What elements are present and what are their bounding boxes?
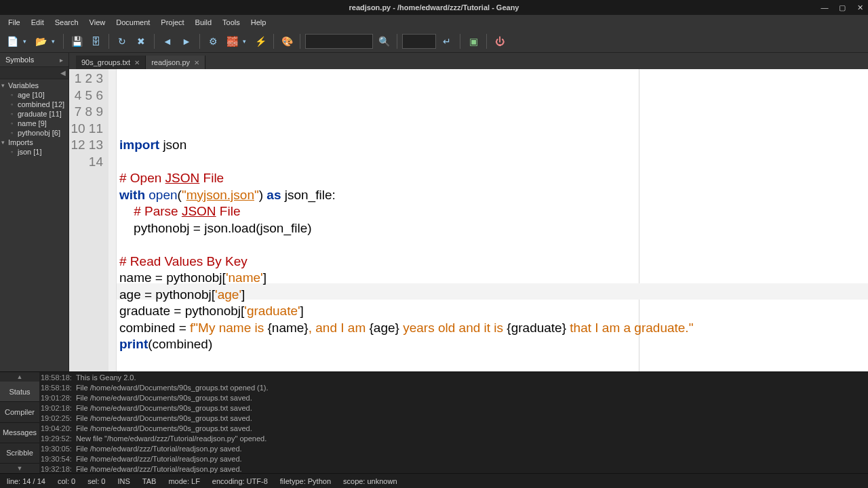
log-line: 18:58:18:This is Geany 2.0. — [41, 373, 867, 383]
tree-item[interactable]: ◦name [9] — [0, 119, 68, 128]
tree-item[interactable]: ◦combined [12] — [0, 100, 68, 109]
statusbar: line: 14 / 14 col: 0 sel: 0 INS TAB mode… — [0, 473, 868, 488]
menu-search[interactable]: Search — [50, 17, 84, 28]
color-picker-icon[interactable]: 🎨 — [279, 33, 295, 49]
menu-edit[interactable]: Edit — [26, 17, 50, 28]
separator — [460, 34, 460, 49]
menu-help[interactable]: Help — [245, 17, 272, 28]
compile-icon[interactable]: ⚙ — [205, 33, 221, 49]
bottom-tabs: ▲ Status Compiler Messages Scribble ▼ — [0, 372, 39, 473]
save-all-icon[interactable]: 🗄 — [87, 33, 104, 49]
status-tab: TAB — [142, 477, 157, 485]
tree-group-imports[interactable]: ▾Imports — [0, 138, 68, 147]
search-icon[interactable]: 🔍 — [376, 33, 392, 49]
menu-project[interactable]: Project — [155, 17, 189, 28]
open-file-icon[interactable]: 📂 — [33, 33, 49, 49]
btab-compiler[interactable]: Compiler — [0, 402, 39, 422]
log-line: 19:30:05:File /home/edward/zzz/Tutorial/… — [41, 444, 867, 454]
log-line: 19:01:28:File /home/edward/Documents/90s… — [41, 393, 867, 403]
status-line: line: 14 / 14 — [7, 477, 45, 485]
tabbar: 90s_groups.txt ✕ readjson.py ✕ — [69, 53, 868, 69]
menu-file[interactable]: File — [3, 17, 26, 28]
tab-close-icon[interactable]: ✕ — [134, 59, 140, 66]
sidebar-toolbar: ◀ — [0, 67, 68, 79]
new-file-icon[interactable]: 📄 — [4, 33, 20, 49]
menubar: File Edit Search View Document Project B… — [0, 15, 868, 30]
log-line: 19:04:20:File /home/edward/Documents/90s… — [41, 424, 867, 434]
code-content[interactable]: import json # Open JSON File with open("… — [117, 69, 868, 371]
reload-icon[interactable]: ↻ — [114, 33, 130, 49]
status-scope: scope: unknown — [343, 477, 397, 485]
sidebar: Symbols ▸ ◀ ▾Variables ◦age [10] ◦combin… — [0, 53, 69, 371]
status-encoding: encoding: UTF-8 — [212, 477, 268, 485]
log-line: 19:32:18:File /home/edward/zzz/Tutorial/… — [41, 464, 867, 473]
maximize-button[interactable]: ▢ — [837, 3, 848, 12]
tab-90s-groups[interactable]: 90s_groups.txt ✕ — [76, 56, 146, 69]
sidebar-expand-icon[interactable]: ▸ — [60, 56, 63, 64]
log-line: 19:02:18:File /home/edward/Documents/90s… — [41, 403, 867, 413]
log-line: 19:02:25:File /home/edward/Documents/90s… — [41, 413, 867, 424]
status-col: col: 0 — [58, 477, 75, 485]
separator — [273, 34, 274, 49]
sidebar-title: Symbols — [5, 56, 34, 64]
goto-icon[interactable]: ↵ — [439, 33, 455, 49]
tab-label: 90s_groups.txt — [81, 58, 130, 66]
tree-group-variables[interactable]: ▾Variables — [0, 81, 68, 90]
separator — [300, 34, 300, 49]
bottom-scroll-down-icon[interactable]: ▼ — [0, 464, 39, 473]
log-line: 19:29:52:New file "/home/edward/zzz/Tuto… — [41, 434, 867, 444]
run-icon[interactable]: ⚡ — [252, 33, 269, 49]
titlebar: readjson.py - /home/edward/zzz/Tutorial … — [0, 0, 868, 15]
close-button[interactable]: ✕ — [854, 3, 865, 12]
sidebar-header[interactable]: Symbols ▸ — [0, 53, 68, 67]
new-file-dropdown[interactable]: ▾ — [23, 38, 30, 45]
status-mode: mode: LF — [168, 477, 199, 485]
status-log[interactable]: 18:58:18:This is Geany 2.0. 18:58:18:Fil… — [39, 372, 868, 473]
close-file-icon[interactable]: ✖ — [133, 33, 149, 49]
separator — [63, 34, 64, 49]
separator — [486, 34, 487, 49]
separator — [108, 34, 109, 49]
separator — [154, 34, 155, 49]
toolbar: 📄 ▾ 📂 ▾ 💾 🗄 ↻ ✖ ◄ ► ⚙ 🧱 ▾ ⚡ 🎨 🔍 ↵ ▣ ⏻ — [0, 30, 868, 53]
quit-icon[interactable]: ⏻ — [492, 33, 508, 49]
minimize-button[interactable]: — — [819, 3, 830, 12]
btab-scribble[interactable]: Scribble — [0, 443, 39, 464]
nav-back-icon[interactable]: ◄ — [159, 33, 176, 49]
symbol-tree: ▾Variables ◦age [10] ◦combined [12] ◦gra… — [0, 79, 68, 158]
btab-messages[interactable]: Messages — [0, 423, 39, 443]
separator — [397, 34, 397, 49]
search-input[interactable] — [305, 34, 373, 49]
open-file-dropdown[interactable]: ▾ — [52, 38, 58, 45]
status-ins: INS — [117, 477, 130, 485]
fold-column[interactable] — [108, 69, 117, 371]
terminal-icon[interactable]: ▣ — [465, 33, 481, 49]
goto-line-input[interactable] — [402, 34, 436, 49]
tree-item[interactable]: ◦age [10] — [0, 90, 68, 100]
menu-tools[interactable]: Tools — [217, 17, 245, 28]
tab-readjson[interactable]: readjson.py ✕ — [146, 56, 205, 69]
bottom-panel: ▲ Status Compiler Messages Scribble ▼ 18… — [0, 371, 868, 473]
tree-item[interactable]: ◦json [1] — [0, 147, 68, 157]
log-line: 19:30:54:File /home/edward/zzz/Tutorial/… — [41, 454, 867, 464]
menu-document[interactable]: Document — [111, 17, 155, 28]
window-title: readjson.py - /home/edward/zzz/Tutorial … — [349, 3, 519, 12]
build-icon[interactable]: 🧱 — [224, 33, 240, 49]
save-icon[interactable]: 💾 — [68, 33, 85, 49]
menu-view[interactable]: View — [84, 17, 111, 28]
nav-forward-icon[interactable]: ► — [178, 33, 195, 49]
tab-label: readjson.py — [151, 58, 190, 66]
menu-build[interactable]: Build — [190, 17, 217, 28]
build-dropdown[interactable]: ▾ — [243, 38, 250, 45]
tree-item[interactable]: ◦pythonobj [6] — [0, 128, 68, 138]
line-gutter: 1 2 3 4 5 6 7 8 9 10 11 12 13 14 — [69, 69, 108, 371]
separator — [199, 34, 200, 49]
tab-close-icon[interactable]: ✕ — [194, 59, 199, 66]
btab-status[interactable]: Status — [0, 382, 39, 402]
sidebar-collapse-icon[interactable]: ◀ — [60, 69, 66, 77]
status-filetype: filetype: Python — [280, 477, 331, 485]
tree-item[interactable]: ◦graduate [11] — [0, 109, 68, 119]
bottom-scroll-up-icon[interactable]: ▲ — [0, 372, 39, 382]
log-line: 18:58:18:File /home/edward/Documents/90s… — [41, 383, 867, 393]
code-editor[interactable]: 1 2 3 4 5 6 7 8 9 10 11 12 13 14 import … — [69, 69, 868, 371]
